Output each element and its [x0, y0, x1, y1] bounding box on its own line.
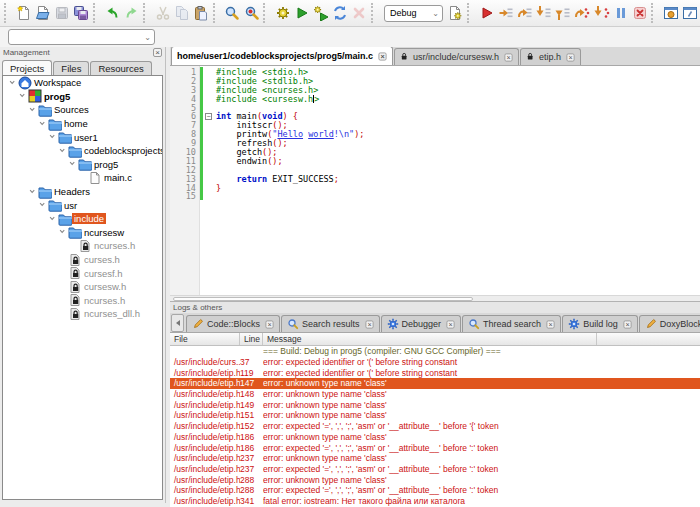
cut-button[interactable]	[153, 2, 172, 24]
build-message-row[interactable]: /usr/include/etip.h288error: expected '=…	[170, 485, 700, 496]
run-to-cursor-button[interactable]	[496, 2, 515, 24]
build-message-row[interactable]: /usr/include/etip.h186error: unknown typ…	[170, 432, 700, 443]
column-header-message[interactable]: Message	[263, 333, 597, 345]
build-message-row[interactable]: /usr/include/etip.h341fatal error: iostr…	[170, 496, 700, 507]
expander-chevron-icon[interactable]	[57, 146, 68, 156]
build-message-row[interactable]: /usr/include/etip.h151error: unknown typ…	[170, 410, 700, 421]
close-icon[interactable]: ×	[547, 320, 555, 328]
log-tab-search-results[interactable]: Search results×	[281, 315, 380, 332]
expander-chevron-icon[interactable]	[37, 119, 48, 129]
step-out-button[interactable]	[554, 2, 573, 24]
log-tab-build-log[interactable]: Build log×	[562, 315, 638, 332]
tab-resources[interactable]: Resources	[90, 61, 151, 76]
close-icon[interactable]: ×	[379, 52, 387, 60]
build-message-row[interactable]: /usr/include/etip.h288error: unknown typ…	[170, 474, 700, 485]
column-header-file[interactable]: File	[170, 333, 240, 345]
close-icon[interactable]: ×	[623, 320, 631, 328]
rebuild-button[interactable]	[331, 2, 350, 24]
expander-chevron-icon[interactable]	[47, 132, 58, 142]
tree-item-curses-h[interactable]: curses.h	[3, 253, 162, 267]
build-and-run-button[interactable]	[312, 2, 331, 24]
build-message-row[interactable]: /usr/include/etip.h119error: expected id…	[170, 367, 700, 378]
editor-tab[interactable]: usr/include/cursesw.h×	[394, 48, 519, 65]
log-tab-debugger[interactable]: Debugger×	[381, 315, 462, 332]
close-icon[interactable]: ×	[505, 53, 513, 61]
save-all-button[interactable]	[72, 2, 91, 24]
tree-item-codeblocksprojects[interactable]: codeblocksprojects	[3, 144, 162, 158]
log-tab-code-blocks[interactable]: Code::Blocks×	[186, 315, 280, 332]
editor-tab[interactable]: etip.h×	[520, 48, 581, 65]
save-button[interactable]	[52, 2, 71, 24]
compiler-options-button[interactable]	[446, 2, 465, 24]
tree-item-ncurses-h[interactable]: ncurses.h	[3, 239, 162, 253]
next-instruction-button[interactable]	[573, 2, 592, 24]
tree-item-usr[interactable]: usr	[3, 198, 162, 212]
step-into-button[interactable]	[535, 2, 554, 24]
tree-item-include[interactable]: include	[3, 212, 162, 226]
expander-chevron-icon[interactable]	[67, 159, 78, 169]
find-button[interactable]	[223, 2, 242, 24]
column-header-line[interactable]: Line	[240, 333, 263, 345]
build-message-row[interactable]: /usr/include/etip.h149error: unknown typ…	[170, 399, 700, 410]
debugging-windows-button[interactable]	[662, 2, 681, 24]
expander-chevron-icon[interactable]	[27, 187, 38, 197]
editor-tab[interactable]: home/user1/codeblocksprojects/prog5/main…	[171, 47, 393, 65]
build-message-row[interactable]: === Build: Debug in prog5 (compiler: GNU…	[170, 346, 700, 357]
tab-files[interactable]: Files	[53, 61, 89, 76]
build-message-row[interactable]: /usr/include/curs...37error: expected id…	[170, 357, 700, 368]
break-debugger-button[interactable]	[611, 2, 630, 24]
log-tab-doxyblocks[interactable]: DoxyBlocks×	[639, 315, 700, 332]
tree-item-user1[interactable]: user1	[3, 130, 162, 144]
tree-item-home[interactable]: home	[3, 117, 162, 131]
replace-button[interactable]	[242, 2, 261, 24]
redo-button[interactable]	[122, 2, 141, 24]
fold-marker[interactable]: −	[205, 113, 212, 120]
build-message-row[interactable]: /usr/include/etip.h186error: expected '=…	[170, 442, 700, 453]
log-tab-thread-search[interactable]: Thread search×	[462, 315, 561, 332]
paste-button[interactable]	[192, 2, 211, 24]
tree-item-ncurses-h[interactable]: ncurses.h	[3, 294, 162, 308]
build-target-combo[interactable]: Debug⌄	[384, 5, 443, 22]
step-into-instruction-button[interactable]	[592, 2, 611, 24]
expander-chevron-icon[interactable]	[47, 214, 58, 224]
close-icon[interactable]: ×	[447, 320, 455, 328]
build-message-row[interactable]: /usr/include/etip.h152error: expected '=…	[170, 421, 700, 432]
expander-chevron-icon[interactable]	[27, 105, 38, 115]
tree-item-cursesw-h[interactable]: cursesw.h	[3, 280, 162, 294]
project-tree[interactable]: Workspaceprog5Sourceshomeuser1codeblocks…	[2, 75, 163, 500]
open-file-button[interactable]	[33, 2, 52, 24]
symbols-combo[interactable]: ⌄	[8, 29, 155, 45]
tree-item-prog5[interactable]: prog5	[3, 90, 162, 104]
build-messages-table[interactable]: === Build: Debug in prog5 (compiler: GNU…	[170, 346, 700, 507]
build-message-row[interactable]: /usr/include/etip.h148error: unknown typ…	[170, 389, 700, 400]
close-icon[interactable]: ×	[265, 320, 273, 328]
new-file-button[interactable]	[14, 2, 33, 24]
build-message-row[interactable]: /usr/include/etip.h147error: unknown typ…	[170, 378, 700, 389]
copy-button[interactable]	[172, 2, 191, 24]
tree-item-sources[interactable]: Sources	[3, 103, 162, 117]
tree-item-main-c[interactable]: main.c	[3, 171, 162, 185]
tab-projects[interactable]: Projects	[2, 60, 52, 76]
tab-scroll-left-button[interactable]	[171, 314, 184, 332]
tree-item-ncursesw[interactable]: ncursesw	[3, 226, 162, 240]
close-icon[interactable]: ×	[567, 53, 575, 61]
stop-debugger-button[interactable]	[630, 2, 649, 24]
undo-button[interactable]	[103, 2, 122, 24]
debug-continue-button[interactable]	[477, 2, 496, 24]
build-message-row[interactable]: /usr/include/etip.h237error: expected '=…	[170, 464, 700, 475]
expander-chevron-icon[interactable]	[57, 227, 68, 237]
expander-chevron-icon[interactable]	[17, 91, 28, 101]
build-button[interactable]	[273, 2, 292, 24]
next-line-button[interactable]	[515, 2, 534, 24]
tree-item-cursesf-h[interactable]: cursesf.h	[3, 266, 162, 280]
expander-chevron-icon[interactable]	[37, 200, 48, 210]
tree-item-headers[interactable]: Headers	[3, 185, 162, 199]
abort-button[interactable]	[350, 2, 369, 24]
expander-chevron-icon[interactable]	[7, 78, 18, 88]
close-icon[interactable]: ×	[153, 48, 162, 57]
run-button[interactable]	[292, 2, 311, 24]
tree-item-ncurses-dll-h[interactable]: ncurses_dll.h	[3, 307, 162, 321]
various-info-button[interactable]	[681, 2, 700, 24]
tree-item-prog5[interactable]: prog5	[3, 158, 162, 172]
close-icon[interactable]: ×	[365, 320, 373, 328]
